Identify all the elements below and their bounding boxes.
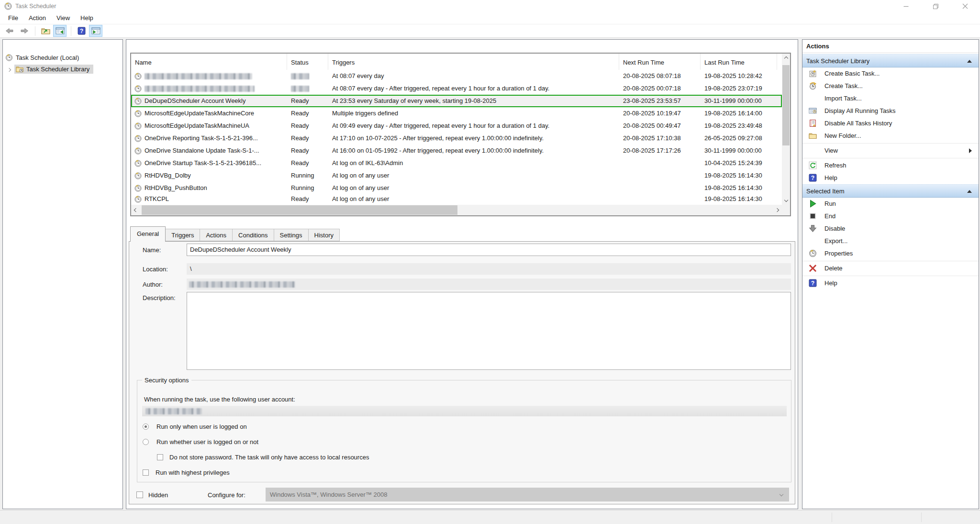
scroll-down-button[interactable] — [782, 195, 790, 205]
action-display-all-running-tasks[interactable]: Display All Running Tasks — [802, 105, 979, 117]
configure-for-value: Windows Vista™, Windows Server™ 2008 — [270, 491, 387, 498]
tab-conditions[interactable]: Conditions — [233, 229, 274, 241]
action-import-task[interactable]: Import Task... — [802, 92, 979, 105]
task-row[interactable]: RtHDVBg_PushButtonRunningAt log on of an… — [131, 182, 782, 194]
action-refresh[interactable]: Refresh — [802, 159, 979, 172]
disable-icon — [809, 224, 817, 233]
action-help[interactable]: ?Help — [802, 277, 979, 290]
actions-section-header-selected-item[interactable]: Selected Item — [802, 184, 979, 198]
horizontal-scrollbar[interactable] — [131, 205, 782, 215]
action-new-folder[interactable]: New Folder... — [802, 130, 979, 142]
checkbox-hidden[interactable] — [136, 491, 143, 498]
tab-settings[interactable]: Settings — [274, 229, 309, 241]
name-label: Name: — [143, 246, 161, 254]
task-row[interactable]: MicrosoftEdgeUpdateTaskMachineCoreReadyM… — [131, 107, 782, 120]
expand-chevron-icon[interactable] — [8, 66, 11, 73]
scroll-up-button[interactable] — [782, 54, 790, 63]
general-tab-panel: Name: DeDupeDScheduler Account Weekly Lo… — [129, 241, 795, 504]
description-label: Description: — [143, 294, 176, 301]
task-cell: 19-08-2025 16:14:00 — [701, 107, 777, 120]
menu-file[interactable]: File — [3, 12, 23, 24]
menu-view[interactable]: View — [51, 12, 75, 24]
action-help[interactable]: ?Help — [802, 172, 979, 184]
help-button[interactable]: ? — [75, 25, 88, 37]
scroll-left-button[interactable] — [131, 205, 141, 215]
tree-item-task-scheduler-local[interactable]: Task Scheduler (Local) — [5, 52, 79, 63]
collapse-icon[interactable] — [967, 190, 972, 193]
refresh-icon — [809, 161, 817, 169]
action-properties[interactable]: Properties — [802, 247, 979, 260]
vertical-scrollbar[interactable] — [782, 54, 790, 205]
column-header-status[interactable]: Status — [287, 54, 328, 70]
tab-general[interactable]: General — [130, 226, 166, 242]
column-header-triggers[interactable]: Triggers — [328, 54, 619, 70]
task-cell: 19-08-2025 16:14:30 — [701, 169, 777, 182]
restore-button[interactable] — [921, 0, 950, 12]
tab-triggers[interactable]: Triggers — [166, 229, 200, 241]
back-button[interactable] — [3, 25, 16, 37]
submenu-arrow-icon — [969, 148, 972, 153]
actions-separator — [802, 276, 979, 276]
export-list-button[interactable] — [39, 25, 52, 37]
redacted-text — [145, 73, 252, 79]
task-cell: 23-08-2025 23:53:57 — [619, 95, 701, 107]
radio-run-only-logged-on-label: Run only when user is logged on — [156, 423, 247, 430]
svg-text:?: ? — [811, 280, 814, 287]
clock-icon — [134, 147, 142, 155]
menu-action[interactable]: Action — [23, 12, 51, 24]
horizontal-scroll-thumb[interactable] — [142, 205, 457, 215]
actions-section-header-task-scheduler-library[interactable]: Task Scheduler Library — [802, 54, 979, 67]
task-cell: At log on of IKL-63\Admin — [328, 157, 619, 169]
vertical-scroll-thumb[interactable] — [782, 65, 790, 145]
task-row[interactable]: At 08:07 every day - After triggered, re… — [131, 82, 782, 95]
svg-text:?: ? — [811, 175, 814, 181]
task-list-and-details-panel: NameStatusTriggersNext Run TimeLast Run … — [126, 39, 798, 509]
task-name-field[interactable]: DeDupeDScheduler Account Weekly — [187, 244, 791, 256]
forward-button[interactable] — [17, 25, 31, 37]
configure-for-select[interactable]: Windows Vista™, Windows Server™ 2008 — [266, 488, 789, 502]
radio-run-logged-on-or-not[interactable] — [143, 439, 149, 445]
task-cell — [287, 70, 328, 82]
create-basic-task-icon — [809, 69, 817, 78]
task-location-field: \ — [187, 263, 791, 275]
tab-actions[interactable]: Actions — [200, 229, 233, 241]
security-options-title: Security options — [142, 377, 191, 384]
close-button[interactable] — [950, 0, 980, 12]
task-row[interactable]: OneDrive Reporting Task-S-1-5-21-396...R… — [131, 132, 782, 145]
task-description-field[interactable] — [187, 292, 791, 370]
action-disable-all-tasks-history[interactable]: Disable All Tasks History — [802, 117, 979, 130]
task-row[interactable]: DeDupeDScheduler Account WeeklyReadyAt 2… — [131, 95, 782, 107]
checkbox-do-not-store-password[interactable] — [157, 454, 163, 460]
action-export[interactable]: Export... — [802, 235, 979, 247]
toggle-console-tree-button[interactable] — [53, 25, 67, 37]
collapse-icon[interactable] — [967, 60, 972, 63]
action-disable[interactable]: Disable — [802, 223, 979, 235]
task-row[interactable]: RtHDVBg_DolbyRunningAt log on of any use… — [131, 169, 782, 182]
radio-run-only-logged-on[interactable] — [143, 424, 149, 430]
column-header-last[interactable]: Last Run Time — [701, 54, 777, 70]
action-end[interactable]: End — [802, 210, 979, 223]
security-options-groupbox: Security options When running the task, … — [137, 380, 791, 482]
column-header-name[interactable]: Name — [131, 54, 287, 70]
action-view[interactable]: View — [802, 145, 979, 157]
task-row[interactable]: At 08:07 every day20-08-2025 08:07:1819-… — [131, 70, 782, 82]
task-row[interactable]: MicrosoftEdgeUpdateTaskMachineUAReadyAt … — [131, 120, 782, 132]
action-create-basic-task[interactable]: Create Basic Task... — [802, 67, 979, 80]
task-row[interactable]: OneDrive Standalone Update Task-S-1-...R… — [131, 145, 782, 157]
task-cell: Ready — [287, 132, 328, 145]
checkbox-run-highest-privileges[interactable] — [143, 469, 149, 476]
task-name-cell: RtHDVBg_Dolby — [131, 169, 287, 182]
scroll-right-button[interactable] — [772, 205, 782, 215]
help-icon: ? — [809, 279, 817, 287]
task-row[interactable]: OneDrive Startup Task-S-1-5-21-396185...… — [131, 157, 782, 169]
tab-history[interactable]: History — [309, 229, 340, 241]
action-run[interactable]: Run — [802, 198, 979, 210]
minimize-button[interactable] — [891, 0, 921, 12]
action-create-task[interactable]: Create Task... — [802, 80, 979, 92]
tree-item-task-scheduler-library[interactable]: Task Scheduler Library — [5, 64, 93, 75]
action-delete[interactable]: Delete — [802, 262, 979, 275]
toggle-action-pane-button[interactable] — [89, 25, 102, 37]
menu-help[interactable]: Help — [75, 12, 99, 24]
task-row[interactable]: RTKCPLReadyAt log on of any user19-08-20… — [131, 194, 782, 204]
column-header-next[interactable]: Next Run Time — [619, 54, 701, 70]
